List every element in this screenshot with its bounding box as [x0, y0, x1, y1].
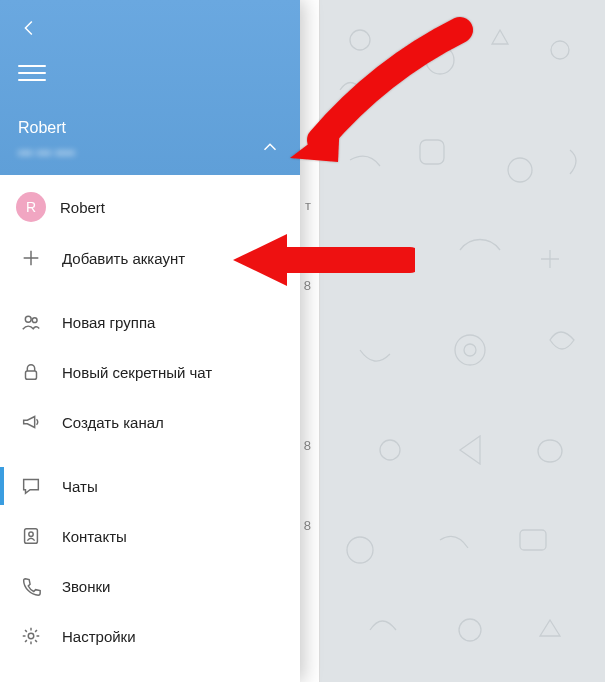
- gear-icon: [18, 625, 44, 647]
- menu-item-label: Создать канал: [62, 414, 164, 431]
- menu-body: R Robert Добавить аккаунт Новая группа Н…: [0, 175, 300, 682]
- menu-item-label: Добавить аккаунт: [62, 250, 185, 267]
- svg-point-1: [426, 46, 454, 74]
- account-item-label: Robert: [60, 199, 105, 216]
- svg-point-6: [455, 335, 485, 365]
- contacts-icon: [18, 525, 44, 547]
- svg-point-11: [459, 619, 481, 641]
- avatar: R: [16, 192, 46, 222]
- svg-rect-14: [26, 371, 37, 379]
- calls-item[interactable]: Звонки: [0, 561, 300, 611]
- phone-icon: [18, 575, 44, 597]
- chat-badge: 8: [304, 278, 311, 293]
- new-secret-chat-item[interactable]: Новый секретный чат: [0, 347, 300, 397]
- lock-icon: [18, 361, 44, 383]
- chats-item[interactable]: Чаты: [0, 461, 300, 511]
- new-channel-item[interactable]: Создать канал: [0, 397, 300, 447]
- settings-item[interactable]: Настройки: [0, 611, 300, 661]
- svg-point-9: [347, 537, 373, 563]
- svg-rect-3: [420, 140, 444, 164]
- svg-point-17: [28, 633, 34, 639]
- menu-item-label: Новая группа: [62, 314, 155, 331]
- new-group-item[interactable]: Новая группа: [0, 297, 300, 347]
- chat-icon: [18, 475, 44, 497]
- side-menu: Robert ••• ••• •••• R Robert Добавить ак…: [0, 0, 300, 682]
- svg-point-4: [508, 158, 532, 182]
- svg-point-8: [380, 440, 400, 460]
- back-button[interactable]: [18, 16, 42, 40]
- svg-point-16: [29, 532, 33, 536]
- chat-badge: 8: [304, 518, 311, 533]
- megaphone-icon: [18, 411, 44, 433]
- menu-item-label: Чаты: [62, 478, 98, 495]
- chat-badge: 8: [304, 438, 311, 453]
- svg-point-2: [551, 41, 569, 59]
- chat-time-text: т: [305, 198, 311, 213]
- menu-item-label: Контакты: [62, 528, 127, 545]
- hamburger-menu[interactable]: [18, 60, 46, 86]
- menu-item-label: Новый секретный чат: [62, 364, 212, 381]
- group-icon: [18, 311, 44, 333]
- svg-point-0: [350, 30, 370, 50]
- chat-wallpaper: [320, 0, 605, 682]
- account-name: Robert: [18, 119, 66, 137]
- plus-icon: [18, 247, 44, 269]
- svg-point-12: [25, 316, 31, 322]
- expand-accounts-button[interactable]: [258, 135, 282, 159]
- svg-point-7: [464, 344, 476, 356]
- menu-header: Robert ••• ••• ••••: [0, 0, 300, 175]
- svg-point-13: [32, 318, 37, 323]
- svg-rect-10: [520, 530, 546, 550]
- menu-item-label: Звонки: [62, 578, 110, 595]
- menu-item-label: Настройки: [62, 628, 136, 645]
- add-account-item[interactable]: Добавить аккаунт: [0, 233, 300, 283]
- account-item-robert[interactable]: R Robert: [0, 181, 300, 233]
- svg-point-5: [369, 249, 391, 271]
- account-phone: ••• ••• ••••: [18, 145, 75, 161]
- contacts-item[interactable]: Контакты: [0, 511, 300, 561]
